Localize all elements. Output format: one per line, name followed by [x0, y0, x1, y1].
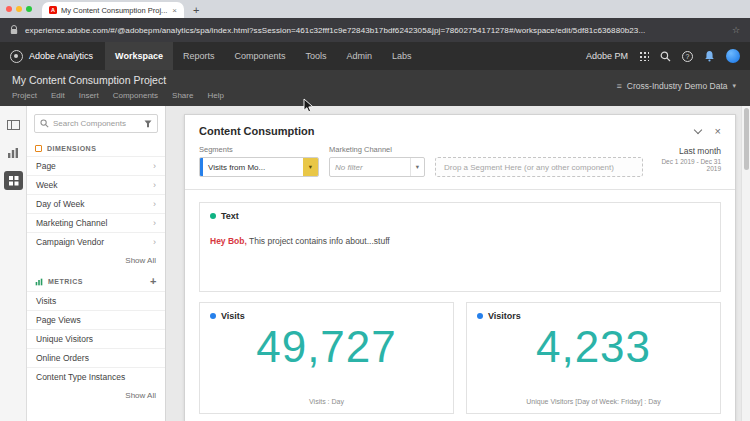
summary-caption: Unique Visitors [Day of Week: Friday] : … — [477, 398, 710, 407]
component-search[interactable] — [34, 114, 158, 133]
visualizations-icon[interactable] — [4, 143, 23, 162]
panel-header: Content Consumption × — [185, 115, 735, 143]
metric-item-online-orders[interactable]: Online Orders — [27, 348, 165, 367]
help-icon[interactable]: ? — [682, 51, 693, 62]
viz-type-dot-icon — [210, 213, 216, 219]
text-viz-title: Text — [221, 211, 239, 221]
vertical-scrollbar[interactable] — [741, 106, 750, 421]
metrics-show-all[interactable]: Show All — [27, 386, 165, 406]
date-range-selector[interactable]: Last month Dec 1 2019 - Dec 31 2019 — [653, 145, 721, 172]
minimize-window-icon[interactable] — [16, 6, 22, 12]
chevron-right-icon[interactable]: › — [153, 180, 156, 190]
close-window-icon[interactable] — [6, 6, 12, 12]
scrollbar-thumb[interactable] — [744, 108, 749, 170]
close-panel-icon[interactable]: × — [715, 125, 721, 137]
metric-item-content-type-instances[interactable]: Content Type Instances — [27, 367, 165, 386]
text-rest: This project contains info about...stuff — [247, 236, 390, 246]
dataset-selector[interactable]: ≡ Cross-Industry Demo Data ▾ — [617, 81, 736, 91]
new-tab-button[interactable]: + — [193, 4, 199, 18]
card-title: Visits — [221, 311, 245, 321]
url-text[interactable]: experience.adobe.com/#/@adobepm/analytic… — [25, 26, 725, 35]
components-icon[interactable] — [4, 171, 23, 190]
viz-type-dot-icon — [477, 313, 483, 319]
summary-value: 4,233 — [477, 323, 710, 371]
nav-item-workspace[interactable]: Workspace — [105, 42, 173, 70]
app-nav: Adobe Analytics Workspace Reports Compon… — [0, 42, 750, 70]
nav-item-reports[interactable]: Reports — [173, 42, 225, 70]
menu-components[interactable]: Components — [113, 91, 158, 100]
tab-title: My Content Consumption Proj... — [61, 6, 168, 15]
filter-value: No filter — [330, 158, 410, 176]
dimensions-show-all[interactable]: Show All — [27, 251, 165, 271]
summary-cards-row: Visits 49,727 Visits : Day Visitors 4,23… — [199, 302, 721, 414]
menu-help[interactable]: Help — [207, 91, 223, 100]
segment-drop-zone[interactable]: Drop a Segment Here (or any other compon… — [435, 157, 643, 177]
dimension-item-campaign-vendor[interactable]: Campaign Vendor› — [27, 232, 165, 251]
marketing-channel-dropdown[interactable]: No filter ▾ — [329, 157, 425, 177]
summary-caption: Visits : Day — [210, 398, 443, 407]
text-highlight: Hey Bob, — [210, 236, 247, 246]
bookmark-star-icon[interactable]: ☆ — [732, 25, 740, 35]
text-visualization[interactable]: Text Hey Bob, This project contains info… — [199, 202, 721, 292]
dimension-item-week[interactable]: Week› — [27, 175, 165, 194]
collapse-panel-icon[interactable] — [693, 125, 701, 133]
nav-item-tools[interactable]: Tools — [295, 42, 336, 70]
chevron-right-icon[interactable]: › — [153, 161, 156, 171]
window-controls[interactable] — [6, 0, 32, 18]
chevron-down-icon[interactable]: ▾ — [303, 158, 318, 176]
menu-edit[interactable]: Edit — [51, 91, 65, 100]
metric-icon — [35, 278, 43, 286]
nav-item-labs[interactable]: Labs — [382, 42, 422, 70]
text-viz-header: Text — [210, 211, 710, 221]
date-range-label: Last month — [653, 146, 721, 156]
dimension-icon — [35, 145, 42, 152]
card-title: Visitors — [488, 311, 521, 321]
summary-value: 49,727 — [210, 323, 443, 371]
browser-tab[interactable]: A My Content Consumption Proj... × — [42, 2, 184, 18]
chevron-right-icon[interactable]: › — [153, 199, 156, 209]
search-icon[interactable] — [660, 51, 671, 62]
segment-dropdown[interactable]: Visits from Mo... ▾ — [199, 157, 319, 177]
chevron-down-icon: ▾ — [732, 82, 736, 90]
chevron-down-icon[interactable]: ▾ — [410, 158, 424, 176]
browser-tab-strip: A My Content Consumption Proj... × + — [0, 0, 750, 18]
app-switcher-icon[interactable] — [639, 51, 649, 61]
dimension-item-day-of-week[interactable]: Day of Week› — [27, 194, 165, 213]
close-tab-icon[interactable]: × — [172, 6, 177, 15]
bell-icon[interactable] — [704, 50, 715, 62]
search-icon — [40, 119, 49, 128]
chevron-right-icon[interactable]: › — [153, 218, 156, 228]
nav-item-components[interactable]: Components — [224, 42, 295, 70]
add-metric-button[interactable]: + — [150, 276, 157, 287]
maximize-window-icon[interactable] — [26, 6, 32, 12]
metric-item-unique-visitors[interactable]: Unique Visitors — [27, 329, 165, 348]
search-input[interactable] — [53, 119, 140, 128]
panels-icon[interactable] — [4, 115, 23, 134]
chevron-right-icon[interactable]: › — [153, 237, 156, 247]
user-avatar[interactable] — [726, 49, 740, 63]
metric-item-page-views[interactable]: Page Views — [27, 310, 165, 329]
metric-item-visits[interactable]: Visits — [27, 291, 165, 310]
metrics-label: METRICS — [48, 278, 83, 285]
main-area: DIMENSIONS Page› Week› Day of Week› Mark… — [0, 106, 750, 421]
menu-project[interactable]: Project — [12, 91, 37, 100]
brand-label: Adobe Analytics — [29, 51, 93, 61]
dimensions-label: DIMENSIONS — [47, 145, 96, 152]
nav-right: Adobe PM ? — [586, 49, 740, 63]
account-label: Adobe PM — [586, 51, 628, 61]
visitors-summary-card[interactable]: Visitors 4,233 Unique Visitors [Day of W… — [466, 302, 721, 414]
workspace-canvas: Content Consumption × Segments Visits fr… — [166, 106, 750, 421]
nav-item-admin[interactable]: Admin — [336, 42, 382, 70]
dimension-item-marketing-channel[interactable]: Marketing Channel› — [27, 213, 165, 232]
adobe-analytics-logo-icon — [10, 50, 23, 63]
visits-summary-card[interactable]: Visits 49,727 Visits : Day — [199, 302, 454, 414]
filter-funnel-icon[interactable] — [144, 120, 152, 128]
menu-insert[interactable]: Insert — [79, 91, 99, 100]
project-menu: Project Edit Insert Components Share Hel… — [12, 91, 738, 100]
brand[interactable]: Adobe Analytics — [10, 50, 93, 63]
menu-share[interactable]: Share — [172, 91, 193, 100]
marketing-channel-label: Marketing Channel — [329, 145, 425, 154]
browser-address-bar[interactable]: experience.adobe.com/#/@adobepm/analytic… — [0, 18, 750, 42]
dimension-item-page[interactable]: Page› — [27, 156, 165, 175]
card-header: Visits — [210, 311, 443, 321]
